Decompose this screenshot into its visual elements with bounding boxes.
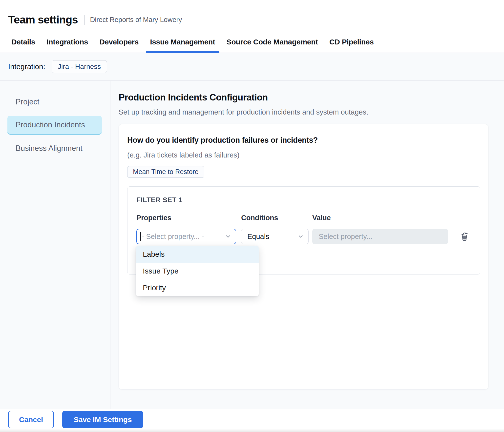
integration-chip[interactable]: Jira - Harness	[52, 60, 107, 73]
delete-filter-button[interactable]	[460, 231, 469, 242]
conditions-column-header: Conditions	[241, 214, 312, 222]
condition-select[interactable]: Equals	[241, 229, 309, 244]
property-select-placeholder: - Select property... -	[142, 233, 204, 241]
title-divider	[84, 15, 84, 25]
dropdown-option-labels[interactable]: Labels	[136, 246, 259, 263]
filter-controls-row: - Select property... - Equals	[136, 229, 471, 244]
cancel-button[interactable]: Cancel	[8, 411, 54, 428]
property-select[interactable]: - Select property... -	[136, 229, 236, 244]
page-header: Team settings Direct Reports of Mary Low…	[0, 0, 504, 32]
filter-column-headers: Properties Conditions Value	[136, 214, 471, 222]
integration-label: Integration:	[8, 62, 45, 71]
dropdown-option-issue-type[interactable]: Issue Type	[136, 263, 259, 279]
page-subtitle: Direct Reports of Mary Lowery	[90, 16, 182, 24]
identify-incidents-question: How do you identify production failures …	[127, 136, 480, 145]
page-title: Team settings	[8, 14, 78, 26]
trash-icon	[460, 231, 469, 242]
filter-set-title: FILTER SET 1	[136, 196, 471, 204]
sidebar-item-project[interactable]: Project	[7, 93, 102, 111]
dropdown-option-priority[interactable]: Priority	[136, 279, 259, 296]
value-input[interactable]	[312, 229, 448, 244]
tab-integrations[interactable]: Integrations	[46, 38, 88, 53]
property-dropdown-menu: Labels Issue Type Priority	[136, 246, 259, 296]
sidebar-item-production-incidents[interactable]: Production Incidents	[7, 116, 102, 135]
section-subtitle: Set up tracking and management for produ…	[119, 108, 504, 116]
settings-sidebar: Project Production Incidents Business Al…	[0, 81, 110, 409]
incidents-config-card: How do you identify production failures …	[119, 124, 488, 390]
filter-set-box: FILTER SET 1 Properties Conditions Value…	[127, 186, 480, 275]
main-panel: Production Incidents Configuration Set u…	[110, 81, 504, 409]
integration-row: Integration: Jira - Harness	[0, 53, 504, 81]
mean-time-to-restore-chip[interactable]: Mean Time to Restore	[127, 166, 204, 178]
identify-incidents-hint: (e.g. Jira tickets labeled as failures)	[127, 151, 480, 159]
save-im-settings-button[interactable]: Save IM Settings	[62, 411, 143, 428]
value-column-header: Value	[312, 214, 448, 222]
tab-source-code-management[interactable]: Source Code Management	[227, 38, 318, 53]
footer-bar: Cancel Save IM Settings	[0, 409, 504, 432]
tab-issue-management[interactable]: Issue Management	[150, 38, 215, 53]
tab-developers[interactable]: Developers	[99, 38, 139, 53]
tab-details[interactable]: Details	[11, 38, 35, 53]
text-cursor	[140, 232, 141, 241]
chevron-down-icon	[297, 233, 304, 240]
properties-column-header: Properties	[136, 214, 241, 222]
condition-select-value: Equals	[247, 233, 269, 241]
sidebar-item-business-alignment[interactable]: Business Alignment	[7, 139, 102, 158]
content-region: Project Production Incidents Business Al…	[0, 81, 504, 409]
section-title: Production Incidents Configuration	[119, 92, 504, 103]
tab-bar: Details Integrations Developers Issue Ma…	[0, 32, 504, 53]
tab-cd-pipelines[interactable]: CD Pipelines	[329, 38, 374, 53]
chevron-down-icon	[225, 233, 231, 240]
